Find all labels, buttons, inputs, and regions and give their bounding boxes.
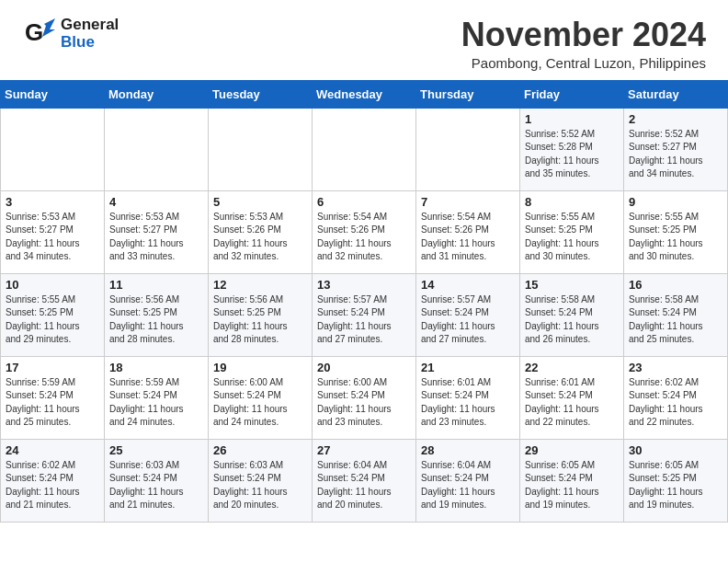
calendar-cell: [313, 108, 416, 190]
weekday-header-row: SundayMondayTuesdayWednesdayThursdayFrid…: [1, 80, 728, 108]
calendar-cell: 29Sunrise: 6:05 AMSunset: 5:24 PMDayligh…: [520, 439, 624, 522]
calendar-cell: 17Sunrise: 5:59 AMSunset: 5:24 PMDayligh…: [1, 356, 105, 439]
calendar-cell: 9Sunrise: 5:55 AMSunset: 5:25 PMDaylight…: [624, 190, 728, 273]
day-number: 8: [525, 195, 619, 209]
day-info: Sunrise: 5:53 AMSunset: 5:27 PMDaylight:…: [109, 211, 203, 264]
day-info: Sunrise: 5:58 AMSunset: 5:24 PMDaylight:…: [629, 293, 722, 347]
day-info: Sunrise: 6:02 AMSunset: 5:24 PMDaylight:…: [6, 459, 99, 512]
calendar-cell: 21Sunrise: 6:01 AMSunset: 5:24 PMDayligh…: [416, 356, 520, 439]
calendar-cell: 24Sunrise: 6:02 AMSunset: 5:24 PMDayligh…: [1, 439, 105, 522]
calendar-cell: 16Sunrise: 5:58 AMSunset: 5:24 PMDayligh…: [624, 273, 728, 356]
logo: G General Blue: [22, 17, 119, 52]
day-info: Sunrise: 5:54 AMSunset: 5:26 PMDaylight:…: [421, 211, 515, 264]
title-area: November 2024 Paombong, Central Luzon, P…: [461, 17, 706, 71]
calendar-cell: 10Sunrise: 5:55 AMSunset: 5:25 PMDayligh…: [1, 273, 105, 356]
day-info: Sunrise: 5:55 AMSunset: 5:25 PMDaylight:…: [629, 211, 722, 264]
day-number: 30: [629, 443, 722, 457]
day-info: Sunrise: 5:54 AMSunset: 5:26 PMDaylight:…: [317, 211, 411, 264]
logo-blue: Blue: [61, 34, 119, 52]
day-info: Sunrise: 6:01 AMSunset: 5:24 PMDaylight:…: [421, 376, 515, 430]
weekday-header-wednesday: Wednesday: [313, 80, 416, 108]
day-info: Sunrise: 5:56 AMSunset: 5:25 PMDaylight:…: [109, 293, 203, 347]
calendar-cell: 26Sunrise: 6:03 AMSunset: 5:24 PMDayligh…: [209, 439, 313, 522]
day-number: 1: [525, 112, 619, 126]
calendar-cell: 15Sunrise: 5:58 AMSunset: 5:24 PMDayligh…: [520, 273, 624, 356]
calendar-cell: 11Sunrise: 5:56 AMSunset: 5:25 PMDayligh…: [105, 273, 209, 356]
weekday-header-tuesday: Tuesday: [209, 80, 313, 108]
calendar-cell: 23Sunrise: 6:02 AMSunset: 5:24 PMDayligh…: [624, 356, 728, 439]
calendar-header: SundayMondayTuesdayWednesdayThursdayFrid…: [1, 80, 728, 108]
calendar-cell: 3Sunrise: 5:53 AMSunset: 5:27 PMDaylight…: [1, 190, 105, 273]
calendar-cell: 7Sunrise: 5:54 AMSunset: 5:26 PMDaylight…: [416, 190, 520, 273]
day-number: 27: [317, 443, 411, 457]
day-number: 10: [6, 278, 99, 292]
day-info: Sunrise: 6:04 AMSunset: 5:24 PMDaylight:…: [317, 459, 411, 512]
calendar-cell: 6Sunrise: 5:54 AMSunset: 5:26 PMDaylight…: [313, 190, 416, 273]
day-info: Sunrise: 5:58 AMSunset: 5:24 PMDaylight:…: [525, 293, 619, 347]
calendar-cell: [209, 108, 313, 190]
calendar-cell: 1Sunrise: 5:52 AMSunset: 5:28 PMDaylight…: [520, 108, 624, 190]
day-info: Sunrise: 5:52 AMSunset: 5:28 PMDaylight:…: [525, 128, 619, 181]
calendar-cell: [1, 108, 105, 190]
calendar-cell: [416, 108, 520, 190]
calendar-cell: 28Sunrise: 6:04 AMSunset: 5:24 PMDayligh…: [416, 439, 520, 522]
day-info: Sunrise: 5:53 AMSunset: 5:27 PMDaylight:…: [6, 211, 99, 264]
calendar-cell: 18Sunrise: 5:59 AMSunset: 5:24 PMDayligh…: [105, 356, 209, 439]
calendar-cell: 14Sunrise: 5:57 AMSunset: 5:24 PMDayligh…: [416, 273, 520, 356]
calendar-cell: 19Sunrise: 6:00 AMSunset: 5:24 PMDayligh…: [209, 356, 313, 439]
day-info: Sunrise: 5:57 AMSunset: 5:24 PMDaylight:…: [317, 293, 411, 347]
calendar-cell: 25Sunrise: 6:03 AMSunset: 5:24 PMDayligh…: [105, 439, 209, 522]
day-info: Sunrise: 5:53 AMSunset: 5:26 PMDaylight:…: [213, 211, 307, 264]
logo-icon: G: [22, 17, 57, 52]
day-number: 5: [213, 195, 307, 209]
day-number: 6: [317, 195, 411, 209]
day-number: 20: [317, 361, 411, 374]
svg-text:G: G: [25, 18, 43, 46]
calendar-table: SundayMondayTuesdayWednesdayThursdayFrid…: [0, 80, 728, 523]
calendar-week-row: 1Sunrise: 5:52 AMSunset: 5:28 PMDaylight…: [1, 108, 728, 190]
calendar-cell: 4Sunrise: 5:53 AMSunset: 5:27 PMDaylight…: [105, 190, 209, 273]
weekday-header-sunday: Sunday: [1, 80, 105, 108]
day-number: 13: [317, 278, 411, 292]
month-year-title: November 2024: [461, 17, 706, 53]
calendar-week-row: 10Sunrise: 5:55 AMSunset: 5:25 PMDayligh…: [1, 273, 728, 356]
calendar-body: 1Sunrise: 5:52 AMSunset: 5:28 PMDaylight…: [1, 108, 728, 522]
day-number: 28: [421, 443, 515, 457]
day-info: Sunrise: 5:52 AMSunset: 5:27 PMDaylight:…: [629, 128, 722, 181]
calendar-cell: [105, 108, 209, 190]
day-info: Sunrise: 6:03 AMSunset: 5:24 PMDaylight:…: [109, 459, 203, 512]
day-info: Sunrise: 6:05 AMSunset: 5:25 PMDaylight:…: [629, 459, 722, 512]
calendar-cell: 8Sunrise: 5:55 AMSunset: 5:25 PMDaylight…: [520, 190, 624, 273]
day-info: Sunrise: 6:00 AMSunset: 5:24 PMDaylight:…: [213, 376, 307, 430]
day-info: Sunrise: 5:56 AMSunset: 5:25 PMDaylight:…: [213, 293, 307, 347]
page-header: G General Blue November 2024 Paombong, C…: [0, 0, 728, 80]
day-info: Sunrise: 5:57 AMSunset: 5:24 PMDaylight:…: [421, 293, 515, 347]
day-info: Sunrise: 6:04 AMSunset: 5:24 PMDaylight:…: [421, 459, 515, 512]
day-number: 24: [6, 443, 99, 457]
day-info: Sunrise: 5:55 AMSunset: 5:25 PMDaylight:…: [6, 293, 99, 347]
day-number: 14: [421, 278, 515, 292]
day-info: Sunrise: 5:59 AMSunset: 5:24 PMDaylight:…: [109, 376, 203, 430]
day-info: Sunrise: 6:03 AMSunset: 5:24 PMDaylight:…: [213, 459, 307, 512]
day-info: Sunrise: 6:01 AMSunset: 5:24 PMDaylight:…: [525, 376, 619, 430]
calendar-cell: 30Sunrise: 6:05 AMSunset: 5:25 PMDayligh…: [624, 439, 728, 522]
day-number: 16: [629, 278, 722, 292]
day-info: Sunrise: 5:55 AMSunset: 5:25 PMDaylight:…: [525, 211, 619, 264]
calendar-cell: 20Sunrise: 6:00 AMSunset: 5:24 PMDayligh…: [313, 356, 416, 439]
day-number: 29: [525, 443, 619, 457]
logo-general: General: [61, 17, 119, 34]
day-number: 9: [629, 195, 722, 209]
day-number: 21: [421, 361, 515, 374]
day-number: 23: [629, 361, 722, 374]
day-number: 11: [109, 278, 203, 292]
day-number: 4: [109, 195, 203, 209]
calendar-week-row: 24Sunrise: 6:02 AMSunset: 5:24 PMDayligh…: [1, 439, 728, 522]
weekday-header-saturday: Saturday: [624, 80, 728, 108]
calendar-cell: 2Sunrise: 5:52 AMSunset: 5:27 PMDaylight…: [624, 108, 728, 190]
calendar-cell: 12Sunrise: 5:56 AMSunset: 5:25 PMDayligh…: [209, 273, 313, 356]
day-info: Sunrise: 6:02 AMSunset: 5:24 PMDaylight:…: [629, 376, 722, 430]
calendar-cell: 27Sunrise: 6:04 AMSunset: 5:24 PMDayligh…: [313, 439, 416, 522]
day-number: 19: [213, 361, 307, 374]
day-number: 7: [421, 195, 515, 209]
weekday-header-thursday: Thursday: [416, 80, 520, 108]
